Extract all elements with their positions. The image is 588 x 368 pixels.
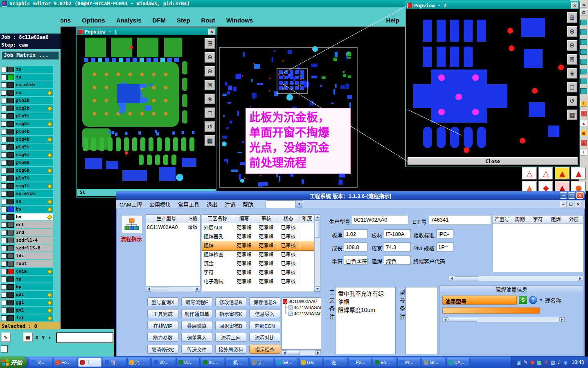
info-field-板厚[interactable]: 1.02: [344, 229, 367, 238]
zoom-previous-icon[interactable]: ⊠: [205, 80, 215, 90]
info-field-成宽[interactable]: 74.3: [384, 242, 411, 251]
help-button[interactable]: ?: [529, 296, 537, 304]
layer-color-chip[interactable]: [7, 67, 14, 72]
layer-color-chip[interactable]: [7, 82, 14, 88]
scroll-left-icon[interactable]: [282, 350, 287, 355]
layer-row-pln3t[interactable]: pln3t: [0, 112, 53, 120]
tray-pen-icon[interactable]: ✎: [524, 360, 528, 365]
layer-color-chip[interactable]: [7, 206, 14, 212]
model-col-header[interactable]: S板: [187, 215, 200, 223]
popview2-close-button[interactable]: Close: [408, 157, 578, 165]
layer-color-chip[interactable]: [7, 284, 14, 290]
layer-color-chip[interactable]: [7, 292, 14, 298]
layer-checkbox[interactable]: [1, 284, 7, 290]
layer-checkbox[interactable]: [1, 269, 7, 274]
panel-alert-icon[interactable]: ●: [580, 130, 587, 136]
layer-color-chip[interactable]: [7, 113, 14, 119]
eng-menu-CAM工程[interactable]: CAM工程: [119, 200, 142, 208]
layer-color-chip[interactable]: [7, 276, 14, 282]
layer-color-chip[interactable]: [7, 269, 14, 274]
process-row-电子测试[interactable]: 电子测试范孝峰范孝峰已审核: [202, 277, 320, 286]
taskbar-item-CA...[interactable]: CA...: [446, 358, 470, 367]
layer-color-chip[interactable]: [7, 168, 14, 173]
panel-alert-icon[interactable]: ▲: [580, 120, 587, 126]
process-table-vscrollbar[interactable]: [314, 215, 320, 292]
scroll-thumb[interactable]: [152, 287, 167, 291]
alert-triangle-1[interactable]: △: [522, 167, 537, 180]
action-button-取消修改C[interactable]: 取消修改C: [147, 345, 178, 354]
layer-row-szdrl1-4[interactable]: szdrl1-4: [0, 236, 53, 244]
layer-row-to[interactable]: to: [0, 65, 53, 73]
layer-color-chip[interactable]: [7, 214, 14, 220]
eng-menu-公用模块[interactable]: 公用模块: [149, 200, 171, 208]
ink-hscrollbar[interactable]: [442, 317, 565, 322]
maximize-icon[interactable]: ❐: [568, 192, 575, 199]
refresh-icon[interactable]: ↺: [205, 121, 215, 132]
layer-checkbox[interactable]: [1, 300, 7, 305]
model-col-header[interactable]: 生产型号: [146, 215, 187, 223]
tray-network-icon[interactable]: ▣: [516, 360, 521, 365]
info-field-生产型号[interactable]: 8C11W02AA0: [352, 215, 408, 225]
layer-checkbox[interactable]: [1, 206, 7, 212]
panel-alert-icon[interactable]: ▲: [580, 140, 587, 146]
layer-row-drl[interactable]: drl: [0, 221, 53, 229]
info-field-字符[interactable]: 白色字符: [344, 256, 367, 265]
mdi-close-icon[interactable]: ✕: [575, 202, 581, 207]
action-button-在线WIP[interactable]: 在线WIP: [147, 321, 178, 330]
layer-color-chip[interactable]: [7, 137, 14, 142]
dialog-titlebar[interactable]: 工程系统 版本：1.1.3.6-[流程指示] – ❐ ✕: [116, 191, 585, 200]
scroll-left-icon[interactable]: [449, 276, 454, 281]
popview2-titlebar[interactable]: Popview - 2 ✕: [406, 2, 579, 9]
scroll-thumb[interactable]: [448, 318, 477, 322]
layer-checkbox[interactable]: [1, 238, 7, 243]
layer-row-pln6b[interactable]: pln6b: [0, 159, 53, 166]
scroll-right-icon[interactable]: [559, 317, 565, 322]
zoom-out-icon[interactable]: ⊖: [205, 66, 215, 76]
taskbar-item-兴...[interactable]: 兴...: [127, 358, 151, 367]
xy-input[interactable]: [56, 332, 113, 343]
layer-row-cvia[interactable]: cvia: [0, 267, 53, 275]
layer-row-pln2b[interactable]: pln2b: [0, 96, 53, 104]
panel-color-chip[interactable]: [580, 59, 587, 65]
layer-checkbox[interactable]: [1, 152, 7, 158]
chevron-down-icon[interactable]: ▼: [295, 201, 303, 208]
zoom-in-icon[interactable]: ⊕: [205, 52, 215, 63]
model-info-grid[interactable]: 产型号周期字符阻焊外层: [493, 215, 583, 272]
menu-help[interactable]: Help: [386, 17, 399, 24]
taskbar-item-计...[interactable]: 计...: [250, 358, 273, 367]
layer-checkbox[interactable]: [1, 82, 7, 88]
menu-rout[interactable]: Rout: [201, 17, 215, 24]
layer-color-chip[interactable]: [7, 175, 14, 181]
scroll-left-icon[interactable]: [146, 287, 151, 292]
taskbar-item-Ge...[interactable]: Ge...: [299, 358, 322, 367]
menu-analysis[interactable]: Analysis: [116, 17, 142, 24]
taskbar-item-8C...[interactable]: 8C...: [201, 358, 224, 367]
process-col-header[interactable]: 工艺名称: [202, 215, 233, 223]
popview1-titlebar[interactable]: Popview - 1 ✕: [77, 28, 216, 35]
layer-checkbox[interactable]: [1, 199, 7, 204]
layer-row-sig2b[interactable]: sig2b: [0, 104, 53, 112]
panel-color-chip[interactable]: [580, 49, 587, 55]
layer-row-gg1[interactable]: gg1: [0, 298, 53, 306]
action-button-能力参数[interactable]: 能力参数: [147, 333, 178, 342]
taskbar-item-机...[interactable]: 机...: [225, 358, 249, 367]
layers-icon[interactable]: ▦: [205, 135, 215, 146]
layer-checkbox[interactable]: [1, 230, 7, 236]
layer-row-pln5t[interactable]: pln5t: [0, 143, 53, 151]
panel-alert-icon[interactable]: !: [580, 101, 587, 107]
scroll-down-icon[interactable]: [315, 286, 320, 292]
flow-indicator-button[interactable]: [121, 215, 142, 234]
toolbar-combobox[interactable]: ▼: [266, 200, 303, 208]
layer-color-chip[interactable]: [7, 230, 14, 236]
model-table[interactable]: 生产型号S板 8C11W02AA0母板: [146, 214, 201, 286]
action-button-保存信息S[interactable]: 保存信息S: [249, 297, 280, 306]
taskbar-item-工...[interactable]: 工...: [78, 358, 101, 367]
layer-row-sig4b[interactable]: sig4b: [0, 135, 53, 143]
taskbar-item-8C...[interactable]: 8C...: [176, 358, 200, 367]
zoom-fit-icon[interactable]: ◻: [205, 108, 215, 118]
taskbar-item-制...[interactable]: 制...: [103, 358, 126, 367]
action-button-叠层验算[interactable]: 叠层验算: [181, 321, 212, 330]
zoom-fit-icon[interactable]: ◻: [567, 82, 577, 92]
layer-color-chip[interactable]: [7, 315, 14, 321]
layer-row-sig3t[interactable]: sig3t: [0, 120, 53, 128]
